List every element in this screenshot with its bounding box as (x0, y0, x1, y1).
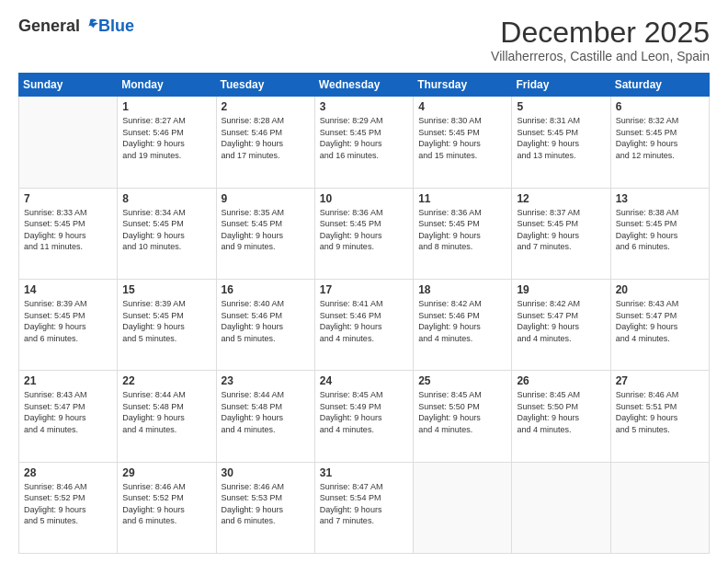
day-number: 16 (222, 283, 310, 296)
day-info: Sunrise: 8:45 AM Sunset: 5:49 PM Dayligh… (320, 389, 408, 435)
logo-bird-icon (82, 17, 98, 32)
day-info: Sunrise: 8:46 AM Sunset: 5:53 PM Dayligh… (222, 481, 310, 527)
calendar-cell: 14Sunrise: 8:39 AM Sunset: 5:45 PM Dayli… (19, 279, 118, 370)
col-monday: Monday (118, 74, 216, 97)
calendar-cell: 24Sunrise: 8:45 AM Sunset: 5:49 PM Dayli… (314, 371, 413, 462)
calendar-cell: 21Sunrise: 8:43 AM Sunset: 5:47 PM Dayli… (19, 371, 118, 462)
location-subtitle: Villaherreros, Castille and Leon, Spain (491, 49, 710, 63)
day-info: Sunrise: 8:39 AM Sunset: 5:45 PM Dayligh… (122, 298, 210, 344)
day-number: 23 (222, 374, 310, 387)
day-info: Sunrise: 8:29 AM Sunset: 5:45 PM Dayligh… (320, 115, 408, 161)
calendar-cell: 16Sunrise: 8:40 AM Sunset: 5:46 PM Dayli… (216, 279, 314, 370)
calendar-week-row: 21Sunrise: 8:43 AM Sunset: 5:47 PM Dayli… (19, 371, 710, 462)
day-info: Sunrise: 8:37 AM Sunset: 5:45 PM Dayligh… (517, 207, 605, 253)
day-number: 9 (222, 192, 310, 205)
logo: General Blue (18, 17, 134, 36)
calendar-week-row: 14Sunrise: 8:39 AM Sunset: 5:45 PM Dayli… (19, 279, 710, 370)
day-info: Sunrise: 8:42 AM Sunset: 5:47 PM Dayligh… (517, 298, 605, 344)
day-info: Sunrise: 8:34 AM Sunset: 5:45 PM Dayligh… (122, 207, 210, 253)
day-number: 13 (616, 192, 704, 205)
day-info: Sunrise: 8:43 AM Sunset: 5:47 PM Dayligh… (616, 298, 704, 344)
day-number: 2 (222, 100, 310, 113)
day-number: 7 (24, 192, 112, 205)
day-number: 31 (320, 466, 408, 479)
day-info: Sunrise: 8:40 AM Sunset: 5:46 PM Dayligh… (222, 298, 310, 344)
calendar-cell: 31Sunrise: 8:47 AM Sunset: 5:54 PM Dayli… (314, 462, 413, 553)
day-info: Sunrise: 8:27 AM Sunset: 5:46 PM Dayligh… (122, 115, 210, 161)
calendar-cell: 11Sunrise: 8:36 AM Sunset: 5:45 PM Dayli… (414, 188, 512, 279)
day-number: 4 (418, 100, 506, 113)
calendar-cell: 4Sunrise: 8:30 AM Sunset: 5:45 PM Daylig… (414, 97, 512, 188)
day-number: 27 (616, 374, 704, 387)
day-number: 30 (222, 466, 310, 479)
day-info: Sunrise: 8:43 AM Sunset: 5:47 PM Dayligh… (24, 389, 112, 435)
page: General Blue December 2025 Villaherreros… (0, 0, 728, 563)
day-number: 22 (122, 374, 210, 387)
calendar-cell: 8Sunrise: 8:34 AM Sunset: 5:45 PM Daylig… (118, 188, 216, 279)
calendar-cell: 13Sunrise: 8:38 AM Sunset: 5:45 PM Dayli… (610, 188, 709, 279)
col-friday: Friday (512, 74, 610, 97)
calendar-cell: 20Sunrise: 8:43 AM Sunset: 5:47 PM Dayli… (610, 279, 709, 370)
calendar-cell: 28Sunrise: 8:46 AM Sunset: 5:52 PM Dayli… (19, 462, 118, 553)
col-thursday: Thursday (414, 74, 512, 97)
title-block: December 2025 Villaherreros, Castille an… (491, 17, 710, 63)
day-info: Sunrise: 8:35 AM Sunset: 5:45 PM Dayligh… (222, 207, 310, 253)
day-info: Sunrise: 8:47 AM Sunset: 5:54 PM Dayligh… (320, 481, 408, 527)
col-saturday: Saturday (610, 74, 709, 97)
calendar-cell (19, 97, 118, 188)
day-number: 15 (122, 283, 210, 296)
calendar-cell: 10Sunrise: 8:36 AM Sunset: 5:45 PM Dayli… (314, 188, 413, 279)
month-title: December 2025 (491, 17, 710, 49)
col-wednesday: Wednesday (314, 74, 413, 97)
calendar-cell: 25Sunrise: 8:45 AM Sunset: 5:50 PM Dayli… (414, 371, 512, 462)
day-number: 12 (517, 192, 605, 205)
calendar-cell: 1Sunrise: 8:27 AM Sunset: 5:46 PM Daylig… (118, 97, 216, 188)
day-info: Sunrise: 8:46 AM Sunset: 5:52 PM Dayligh… (122, 481, 210, 527)
calendar-cell: 27Sunrise: 8:46 AM Sunset: 5:51 PM Dayli… (610, 371, 709, 462)
day-info: Sunrise: 8:31 AM Sunset: 5:45 PM Dayligh… (517, 115, 605, 161)
day-number: 5 (517, 100, 605, 113)
day-info: Sunrise: 8:28 AM Sunset: 5:46 PM Dayligh… (222, 115, 310, 161)
day-number: 21 (24, 374, 112, 387)
calendar-cell: 2Sunrise: 8:28 AM Sunset: 5:46 PM Daylig… (216, 97, 314, 188)
day-info: Sunrise: 8:46 AM Sunset: 5:52 PM Dayligh… (24, 481, 112, 527)
calendar-cell (414, 462, 512, 553)
calendar-cell: 6Sunrise: 8:32 AM Sunset: 5:45 PM Daylig… (610, 97, 709, 188)
calendar-cell: 26Sunrise: 8:45 AM Sunset: 5:50 PM Dayli… (512, 371, 610, 462)
calendar-cell: 23Sunrise: 8:44 AM Sunset: 5:48 PM Dayli… (216, 371, 314, 462)
day-info: Sunrise: 8:38 AM Sunset: 5:45 PM Dayligh… (616, 207, 704, 253)
calendar-cell: 5Sunrise: 8:31 AM Sunset: 5:45 PM Daylig… (512, 97, 610, 188)
day-info: Sunrise: 8:45 AM Sunset: 5:50 PM Dayligh… (517, 389, 605, 435)
calendar-cell: 30Sunrise: 8:46 AM Sunset: 5:53 PM Dayli… (216, 462, 314, 553)
calendar-cell (610, 462, 709, 553)
day-info: Sunrise: 8:45 AM Sunset: 5:50 PM Dayligh… (418, 389, 506, 435)
day-info: Sunrise: 8:44 AM Sunset: 5:48 PM Dayligh… (122, 389, 210, 435)
day-number: 25 (418, 374, 506, 387)
day-number: 8 (122, 192, 210, 205)
day-info: Sunrise: 8:36 AM Sunset: 5:45 PM Dayligh… (320, 207, 408, 253)
col-sunday: Sunday (19, 74, 118, 97)
day-number: 24 (320, 374, 408, 387)
calendar-cell: 7Sunrise: 8:33 AM Sunset: 5:45 PM Daylig… (19, 188, 118, 279)
day-number: 18 (418, 283, 506, 296)
calendar-cell: 3Sunrise: 8:29 AM Sunset: 5:45 PM Daylig… (314, 97, 413, 188)
calendar-cell (512, 462, 610, 553)
col-tuesday: Tuesday (216, 74, 314, 97)
calendar-header-row: Sunday Monday Tuesday Wednesday Thursday… (19, 74, 710, 97)
calendar-cell: 15Sunrise: 8:39 AM Sunset: 5:45 PM Dayli… (118, 279, 216, 370)
day-info: Sunrise: 8:44 AM Sunset: 5:48 PM Dayligh… (222, 389, 310, 435)
calendar-table: Sunday Monday Tuesday Wednesday Thursday… (18, 73, 710, 554)
day-number: 10 (320, 192, 408, 205)
header: General Blue December 2025 Villaherreros… (18, 17, 710, 63)
day-info: Sunrise: 8:42 AM Sunset: 5:46 PM Dayligh… (418, 298, 506, 344)
day-number: 20 (616, 283, 704, 296)
day-info: Sunrise: 8:33 AM Sunset: 5:45 PM Dayligh… (24, 207, 112, 253)
day-number: 3 (320, 100, 408, 113)
day-info: Sunrise: 8:46 AM Sunset: 5:51 PM Dayligh… (616, 389, 704, 435)
day-number: 14 (24, 283, 112, 296)
logo-general-text: General (18, 17, 80, 36)
day-info: Sunrise: 8:32 AM Sunset: 5:45 PM Dayligh… (616, 115, 704, 161)
calendar-cell: 19Sunrise: 8:42 AM Sunset: 5:47 PM Dayli… (512, 279, 610, 370)
calendar-cell: 17Sunrise: 8:41 AM Sunset: 5:46 PM Dayli… (314, 279, 413, 370)
day-info: Sunrise: 8:41 AM Sunset: 5:46 PM Dayligh… (320, 298, 408, 344)
